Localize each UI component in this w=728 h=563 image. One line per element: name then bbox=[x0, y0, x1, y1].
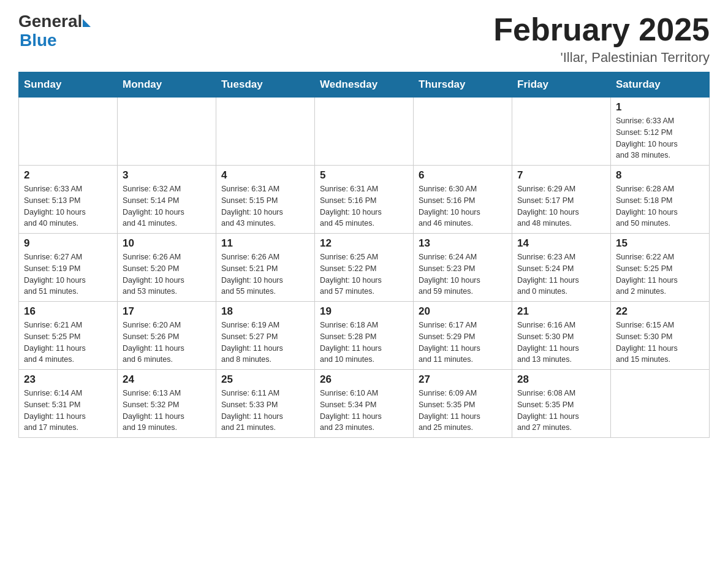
day-number: 19 bbox=[320, 305, 408, 318]
weekday-header-sunday: Sunday bbox=[19, 72, 118, 98]
day-info: Sunrise: 6:33 AM Sunset: 5:13 PM Dayligh… bbox=[24, 183, 112, 229]
day-number: 12 bbox=[320, 237, 408, 250]
logo-blue-text: Blue bbox=[20, 31, 57, 50]
day-cell bbox=[118, 98, 216, 166]
day-number: 15 bbox=[616, 237, 704, 250]
day-number: 27 bbox=[419, 373, 507, 386]
day-info: Sunrise: 6:31 AM Sunset: 5:15 PM Dayligh… bbox=[221, 183, 309, 229]
day-cell: 14Sunrise: 6:23 AM Sunset: 5:24 PM Dayli… bbox=[512, 234, 611, 302]
day-info: Sunrise: 6:17 AM Sunset: 5:29 PM Dayligh… bbox=[419, 320, 507, 366]
day-cell bbox=[19, 98, 118, 166]
day-info: Sunrise: 6:09 AM Sunset: 5:35 PM Dayligh… bbox=[419, 388, 507, 434]
day-number: 5 bbox=[320, 169, 408, 182]
day-number: 10 bbox=[123, 237, 211, 250]
day-number: 23 bbox=[24, 373, 112, 386]
weekday-header-row: SundayMondayTuesdayWednesdayThursdayFrid… bbox=[19, 72, 710, 98]
day-number: 4 bbox=[221, 169, 309, 182]
day-cell bbox=[512, 98, 611, 166]
day-cell: 10Sunrise: 6:26 AM Sunset: 5:20 PM Dayli… bbox=[118, 234, 216, 302]
week-row-3: 9Sunrise: 6:27 AM Sunset: 5:19 PM Daylig… bbox=[19, 234, 710, 302]
day-cell: 17Sunrise: 6:20 AM Sunset: 5:26 PM Dayli… bbox=[118, 302, 216, 370]
day-cell: 23Sunrise: 6:14 AM Sunset: 5:31 PM Dayli… bbox=[19, 370, 118, 438]
day-info: Sunrise: 6:15 AM Sunset: 5:30 PM Dayligh… bbox=[616, 320, 704, 366]
day-info: Sunrise: 6:27 AM Sunset: 5:19 PM Dayligh… bbox=[24, 251, 112, 297]
logo: General Blue bbox=[18, 12, 91, 50]
day-cell: 3Sunrise: 6:32 AM Sunset: 5:14 PM Daylig… bbox=[118, 166, 216, 234]
day-info: Sunrise: 6:19 AM Sunset: 5:27 PM Dayligh… bbox=[221, 320, 309, 366]
logo-triangle-icon bbox=[83, 19, 91, 27]
day-cell: 6Sunrise: 6:30 AM Sunset: 5:16 PM Daylig… bbox=[414, 166, 512, 234]
weekday-header-tuesday: Tuesday bbox=[216, 72, 315, 98]
weekday-header-saturday: Saturday bbox=[611, 72, 710, 98]
day-number: 6 bbox=[419, 169, 507, 182]
day-cell: 4Sunrise: 6:31 AM Sunset: 5:15 PM Daylig… bbox=[216, 166, 315, 234]
weekday-header-friday: Friday bbox=[512, 72, 611, 98]
calendar-subtitle: 'Illar, Palestinian Territory bbox=[493, 50, 710, 66]
weekday-header-wednesday: Wednesday bbox=[315, 72, 414, 98]
day-info: Sunrise: 6:28 AM Sunset: 5:18 PM Dayligh… bbox=[616, 183, 704, 229]
title-area: February 2025 'Illar, Palestinian Territ… bbox=[493, 12, 710, 66]
day-info: Sunrise: 6:29 AM Sunset: 5:17 PM Dayligh… bbox=[517, 183, 605, 229]
week-row-4: 16Sunrise: 6:21 AM Sunset: 5:25 PM Dayli… bbox=[19, 302, 710, 370]
day-number: 20 bbox=[419, 305, 507, 318]
day-cell bbox=[315, 98, 414, 166]
calendar-table: SundayMondayTuesdayWednesdayThursdayFrid… bbox=[18, 72, 710, 438]
weekday-header-thursday: Thursday bbox=[414, 72, 512, 98]
page-header: General Blue February 2025 'Illar, Pales… bbox=[18, 12, 710, 66]
week-row-5: 23Sunrise: 6:14 AM Sunset: 5:31 PM Dayli… bbox=[19, 370, 710, 438]
day-info: Sunrise: 6:21 AM Sunset: 5:25 PM Dayligh… bbox=[24, 320, 112, 366]
day-info: Sunrise: 6:08 AM Sunset: 5:35 PM Dayligh… bbox=[517, 388, 605, 434]
day-info: Sunrise: 6:33 AM Sunset: 5:12 PM Dayligh… bbox=[616, 115, 704, 161]
day-info: Sunrise: 6:10 AM Sunset: 5:34 PM Dayligh… bbox=[320, 388, 408, 434]
day-number: 2 bbox=[24, 169, 112, 182]
day-cell: 21Sunrise: 6:16 AM Sunset: 5:30 PM Dayli… bbox=[512, 302, 611, 370]
day-info: Sunrise: 6:26 AM Sunset: 5:20 PM Dayligh… bbox=[123, 251, 211, 297]
day-number: 22 bbox=[616, 305, 704, 318]
day-cell bbox=[414, 98, 512, 166]
day-cell: 1Sunrise: 6:33 AM Sunset: 5:12 PM Daylig… bbox=[611, 98, 710, 166]
day-info: Sunrise: 6:31 AM Sunset: 5:16 PM Dayligh… bbox=[320, 183, 408, 229]
day-info: Sunrise: 6:16 AM Sunset: 5:30 PM Dayligh… bbox=[517, 320, 605, 366]
day-number: 9 bbox=[24, 237, 112, 250]
day-number: 21 bbox=[517, 305, 605, 318]
day-cell: 22Sunrise: 6:15 AM Sunset: 5:30 PM Dayli… bbox=[611, 302, 710, 370]
day-number: 13 bbox=[419, 237, 507, 250]
day-info: Sunrise: 6:25 AM Sunset: 5:22 PM Dayligh… bbox=[320, 251, 408, 297]
day-number: 24 bbox=[123, 373, 211, 386]
day-number: 11 bbox=[221, 237, 309, 250]
day-number: 26 bbox=[320, 373, 408, 386]
day-info: Sunrise: 6:23 AM Sunset: 5:24 PM Dayligh… bbox=[517, 251, 605, 297]
day-info: Sunrise: 6:32 AM Sunset: 5:14 PM Dayligh… bbox=[123, 183, 211, 229]
day-cell: 20Sunrise: 6:17 AM Sunset: 5:29 PM Dayli… bbox=[414, 302, 512, 370]
day-info: Sunrise: 6:18 AM Sunset: 5:28 PM Dayligh… bbox=[320, 320, 408, 366]
day-cell: 24Sunrise: 6:13 AM Sunset: 5:32 PM Dayli… bbox=[118, 370, 216, 438]
day-number: 7 bbox=[517, 169, 605, 182]
logo-general-text: General bbox=[18, 12, 82, 31]
day-number: 18 bbox=[221, 305, 309, 318]
day-cell: 28Sunrise: 6:08 AM Sunset: 5:35 PM Dayli… bbox=[512, 370, 611, 438]
day-info: Sunrise: 6:24 AM Sunset: 5:23 PM Dayligh… bbox=[419, 251, 507, 297]
day-cell: 16Sunrise: 6:21 AM Sunset: 5:25 PM Dayli… bbox=[19, 302, 118, 370]
day-cell: 2Sunrise: 6:33 AM Sunset: 5:13 PM Daylig… bbox=[19, 166, 118, 234]
weekday-header-monday: Monday bbox=[118, 72, 216, 98]
day-info: Sunrise: 6:22 AM Sunset: 5:25 PM Dayligh… bbox=[616, 251, 704, 297]
day-cell: 7Sunrise: 6:29 AM Sunset: 5:17 PM Daylig… bbox=[512, 166, 611, 234]
day-cell: 25Sunrise: 6:11 AM Sunset: 5:33 PM Dayli… bbox=[216, 370, 315, 438]
calendar-title: February 2025 bbox=[493, 12, 710, 47]
day-info: Sunrise: 6:26 AM Sunset: 5:21 PM Dayligh… bbox=[221, 251, 309, 297]
day-cell: 19Sunrise: 6:18 AM Sunset: 5:28 PM Dayli… bbox=[315, 302, 414, 370]
day-info: Sunrise: 6:20 AM Sunset: 5:26 PM Dayligh… bbox=[123, 320, 211, 366]
day-number: 16 bbox=[24, 305, 112, 318]
day-number: 25 bbox=[221, 373, 309, 386]
day-info: Sunrise: 6:14 AM Sunset: 5:31 PM Dayligh… bbox=[24, 388, 112, 434]
day-cell: 8Sunrise: 6:28 AM Sunset: 5:18 PM Daylig… bbox=[611, 166, 710, 234]
day-cell: 12Sunrise: 6:25 AM Sunset: 5:22 PM Dayli… bbox=[315, 234, 414, 302]
day-info: Sunrise: 6:13 AM Sunset: 5:32 PM Dayligh… bbox=[123, 388, 211, 434]
day-cell: 18Sunrise: 6:19 AM Sunset: 5:27 PM Dayli… bbox=[216, 302, 315, 370]
day-cell: 11Sunrise: 6:26 AM Sunset: 5:21 PM Dayli… bbox=[216, 234, 315, 302]
day-cell: 9Sunrise: 6:27 AM Sunset: 5:19 PM Daylig… bbox=[19, 234, 118, 302]
day-info: Sunrise: 6:11 AM Sunset: 5:33 PM Dayligh… bbox=[221, 388, 309, 434]
day-number: 8 bbox=[616, 169, 704, 182]
day-number: 28 bbox=[517, 373, 605, 386]
day-cell bbox=[611, 370, 710, 438]
